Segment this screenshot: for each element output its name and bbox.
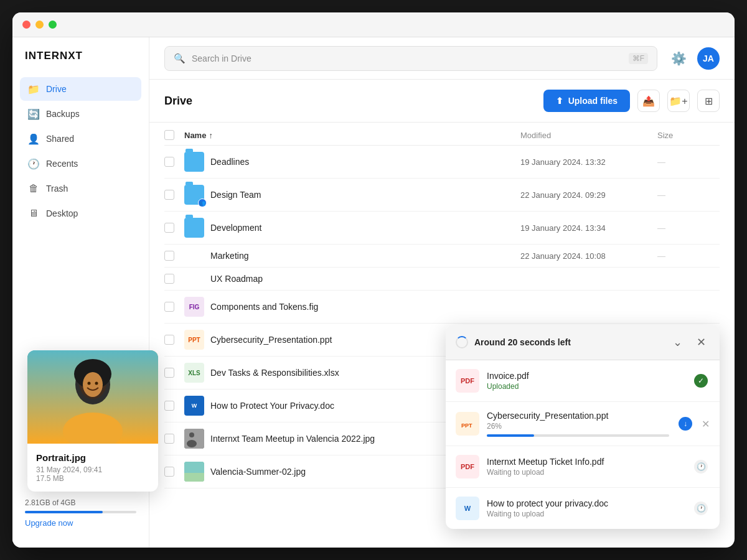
upload-status-icon: ↓ [677, 415, 694, 432]
upload-item-status: Waiting to upload [487, 510, 685, 518]
avatar[interactable]: JA [697, 47, 720, 70]
table-row[interactable]: UX Roadmap [164, 268, 720, 291]
preview-date: 31 May 2024, 09:41 [36, 465, 149, 474]
row-checkbox[interactable] [164, 302, 174, 312]
progress-fill [487, 434, 534, 437]
upload-folder-button[interactable]: 📤 [637, 90, 660, 112]
close-panel-button[interactable]: ✕ [692, 334, 710, 351]
row-checkbox[interactable] [164, 434, 174, 444]
pdf-file-icon-2: PDF [456, 455, 479, 478]
xlsx-file-icon: XLS [184, 363, 204, 383]
row-checkbox[interactable] [164, 368, 174, 378]
sidebar-item-trash[interactable]: 🗑 Trash [20, 177, 141, 200]
table-row[interactable]: Marketing 22 January 2024. 10:08 — [164, 245, 720, 268]
sidebar-item-recents[interactable]: 🕐 Recents [20, 152, 141, 175]
storage-section: 2.81GB of 4GB Upgrade now [12, 488, 149, 538]
preview-card: Portrait.jpg 31 May 2024, 09:41 17.5 MB [27, 350, 158, 492]
close-button[interactable] [22, 21, 31, 29]
row-checkbox[interactable] [164, 401, 174, 411]
svg-text:PPT: PPT [461, 422, 472, 429]
file-name: Design Team [210, 190, 261, 200]
upload-spinner [456, 336, 468, 348]
sidebar-item-label: Backups [46, 109, 80, 119]
svg-point-1 [189, 432, 194, 437]
sidebar-item-backups[interactable]: 🔄 Backups [20, 102, 141, 126]
new-folder-button[interactable]: 📁+ [667, 90, 690, 112]
file-name: Dev Tasks & Responsibilities.xlsx [210, 368, 339, 378]
upload-item-info: Cybersecurity_Presentation.ppt 26% [487, 411, 669, 437]
row-checkbox[interactable] [164, 274, 174, 284]
titlebar [12, 12, 735, 37]
file-name-cell: Deadlines [184, 152, 520, 172]
sidebar-item-shared[interactable]: 👤 Shared [20, 127, 141, 151]
file-name-cell: FIG Components and Tokens.fig [184, 297, 520, 317]
svg-point-12 [88, 382, 91, 385]
upload-item: PDF Invoice.pdf Uploaded ✓ [446, 360, 720, 402]
sidebar-item-desktop[interactable]: 🖥 Desktop [20, 202, 141, 225]
table-header: Name ↑ Modified Size [164, 123, 720, 146]
upload-btn-label: Upload files [568, 96, 618, 106]
table-row[interactable]: 👥 Design Team 22 January 2024. 09:29 — [164, 179, 720, 212]
waiting-icon: 🕐 [694, 460, 708, 474]
row-checkbox[interactable] [164, 335, 174, 345]
sidebar-item-label: Recents [46, 159, 78, 169]
sidebar-item-label: Drive [46, 84, 67, 94]
upload-item-status: Waiting to upload [487, 468, 685, 477]
upload-item: PPT Cybersecurity_Presentation.ppt 26% ↓… [446, 402, 720, 446]
sidebar-item-drive[interactable]: 📁 Drive [20, 77, 141, 101]
search-shortcut: ⌘F [629, 53, 648, 64]
upload-item-name: Invoice.pdf [487, 371, 685, 381]
minimize-button[interactable] [35, 21, 44, 29]
header-actions: ⚙️ JA [667, 47, 720, 70]
row-checkbox[interactable] [164, 251, 174, 261]
col-size: — [657, 251, 720, 261]
upload-icon: ⬆ [556, 96, 563, 106]
file-name-cell: UX Roadmap [184, 274, 520, 284]
search-bar[interactable]: 🔍 Search in Drive ⌘F [164, 46, 657, 71]
row-checkbox[interactable] [164, 190, 174, 200]
app-header: 🔍 Search in Drive ⌘F ⚙️ JA [149, 37, 735, 80]
file-name: Development [210, 223, 262, 233]
app-window: INTERNXT 📁 Drive 🔄 Backups 👤 Shared 🕐 Re… [12, 12, 735, 548]
cancel-upload-button[interactable]: ✕ [702, 418, 710, 430]
col-size-header: Size [657, 131, 720, 140]
col-modified: 22 January 2024. 09:29 [520, 190, 657, 200]
file-name: Cybersecurity_Presentation.ppt [210, 335, 332, 345]
row-checkbox[interactable] [164, 467, 174, 477]
upload-item-info: Invoice.pdf Uploaded [487, 371, 685, 391]
sidebar-item-label: Trash [46, 184, 68, 194]
backups-icon: 🔄 [27, 108, 40, 120]
col-modified: 19 January 2024. 13:32 [520, 157, 657, 167]
shared-icon: 👤 [27, 133, 40, 145]
settings-button[interactable]: ⚙️ [667, 47, 690, 70]
row-checkbox[interactable] [164, 157, 174, 167]
col-name-header[interactable]: Name ↑ [184, 131, 520, 140]
ppt-file-icon: PPT [456, 412, 479, 436]
file-name: How to Protect Your Privacy.doc [210, 401, 334, 411]
col-size: — [657, 157, 720, 167]
file-name: Internxt Team Meetup in Valencia 2022.jp… [210, 434, 375, 444]
svg-rect-4 [184, 473, 204, 482]
file-name: Marketing [184, 251, 248, 261]
table-row[interactable]: Development 19 January 2024. 13:34 — [164, 212, 720, 245]
storage-label: 2.81GB of 4GB [25, 498, 136, 507]
check-circle-icon: ✓ [694, 374, 708, 388]
table-row[interactable]: Deadlines 19 January 2024. 13:32 — [164, 146, 720, 179]
upload-status-icon: ✓ [692, 372, 710, 390]
preview-size: 17.5 MB [36, 474, 149, 483]
select-all-checkbox[interactable] [164, 130, 184, 140]
maximize-button[interactable] [49, 21, 57, 29]
file-name-cell: 👥 Design Team [184, 185, 520, 205]
upload-files-button[interactable]: ⬆ Upload files [543, 90, 630, 112]
upgrade-link[interactable]: Upgrade now [25, 518, 136, 528]
desktop-icon: 🖥 [27, 207, 40, 220]
upload-status-icon: 🕐 [692, 458, 710, 475]
svg-point-13 [95, 382, 98, 385]
upload-item: PDF Internxt Meetup Ticket Info.pdf Wait… [446, 446, 720, 488]
table-row[interactable]: FIG Components and Tokens.fig [164, 291, 720, 324]
view-toggle-button[interactable]: ⊞ [697, 90, 720, 112]
preview-info: Portrait.jpg 31 May 2024, 09:41 17.5 MB [27, 444, 158, 492]
search-icon: 🔍 [174, 53, 186, 64]
row-checkbox[interactable] [164, 223, 174, 233]
collapse-panel-button[interactable]: ⌄ [669, 334, 686, 351]
